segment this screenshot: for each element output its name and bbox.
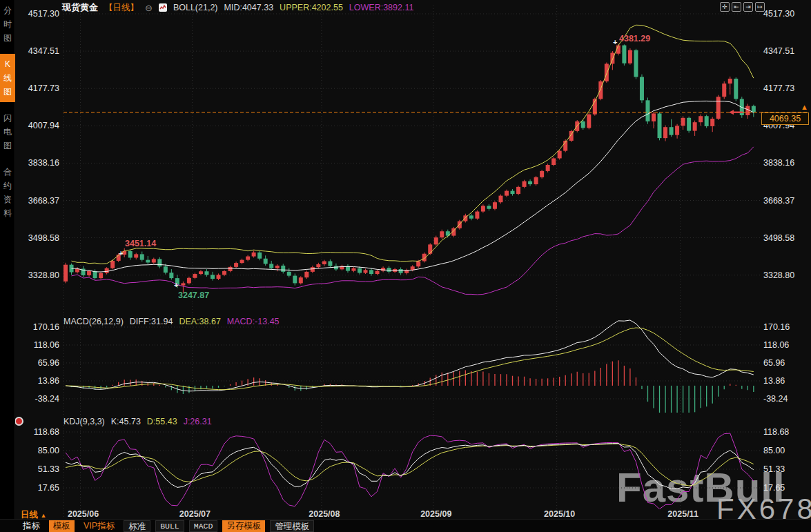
macd-axis-label: 170.16 <box>15 322 59 332</box>
kdj-d-value: D:55.43 <box>147 417 177 426</box>
grid-lines <box>63 6 760 519</box>
symbol-name: 现货黄金 <box>62 1 98 14</box>
sidebar-tab-2[interactable]: 闪电图 <box>0 108 15 156</box>
collapse-icon[interactable]: ⊖ <box>145 3 153 13</box>
toolbar-item-6[interactable]: 另存模板 <box>222 520 265 532</box>
price-axis-label: 4007.94 <box>15 121 59 130</box>
price-axis-label: 3838.16 <box>15 158 59 168</box>
candles <box>63 43 756 293</box>
price-axis-label: 3668.37 <box>15 196 59 206</box>
price-axis-label: 4177.73 <box>15 83 59 93</box>
boll-mid-value: MID:4047.33 <box>224 3 274 12</box>
kdj-axis-label: 118.68 <box>15 427 59 437</box>
shift-left-icon[interactable]: ⇤ <box>732 2 741 12</box>
go-latest-icon[interactable]: ↦ <box>755 2 765 12</box>
june-low-marker-icon: + <box>174 281 178 289</box>
toolbar-item-5[interactable]: MACD <box>189 520 218 532</box>
price-axis-label: 4347.51 <box>763 46 794 56</box>
macd-axis-label: -38.24 <box>763 394 788 404</box>
x-axis-label: 2025/06 <box>63 509 104 519</box>
sidebar-tab-label: 闪电图 <box>3 111 12 152</box>
pan-icon[interactable]: ✛ <box>720 2 730 12</box>
indicator-toolbar: 指标模板VIP指标标准BULLMACD另存模板管理模板 <box>0 519 811 532</box>
macd-axis-label: 118.06 <box>15 340 59 350</box>
macd-dea-value: DEA:38.67 <box>179 317 220 326</box>
sidebar-tab-1[interactable]: K线图 <box>0 54 15 102</box>
toolbar-item-4[interactable]: BULL <box>155 520 184 532</box>
macd-axis-label: 65.96 <box>763 358 785 368</box>
kdj-axis-label: 85.00 <box>15 446 59 455</box>
last-price-line <box>63 110 809 115</box>
price-axis-label: 3498.58 <box>15 233 59 243</box>
sidebar-tab-3[interactable]: 合约资料 <box>0 161 15 224</box>
sidebar-tab-0[interactable]: 分时图 <box>0 0 15 48</box>
annotation-june-high: 3451.14 <box>125 239 156 248</box>
trading-app-window: 分时图K线图闪电图合约资料 FastBull FX678 现货黄金 【日线】 ⊖… <box>0 0 811 532</box>
kdj-axis-label: 118.68 <box>763 427 789 437</box>
boll-upper-value: UPPER:4202.55 <box>280 3 343 12</box>
macd-name: MACD(26,12,9) <box>63 317 124 326</box>
kdj-axis-label: 85.00 <box>763 446 785 455</box>
macd-axis-label: 118.06 <box>763 340 789 350</box>
x-axis-label: 2025/11 <box>663 509 704 519</box>
toolbar-item-2[interactable]: VIP指标 <box>79 520 119 532</box>
last-price-tag: 4069.35 <box>761 112 809 125</box>
price-up-arrow-icon: ▲ <box>801 103 808 111</box>
annotation-peak-high: 4381.29 <box>619 34 650 43</box>
shift-right-icon[interactable]: ⇥ <box>743 2 753 12</box>
macd-panel <box>66 320 754 422</box>
candlestick-chart[interactable] <box>0 0 811 532</box>
toolbar-item-7[interactable]: 管理模板 <box>270 520 314 532</box>
macd-diff-value: DIFF:31.94 <box>130 317 173 326</box>
bollinger-bands <box>72 25 754 295</box>
toolbar-item-0[interactable]: 指标 <box>19 520 44 532</box>
x-axis-label: 2025/08 <box>304 509 345 519</box>
annotation-june-low: 3247.87 <box>178 290 209 300</box>
peak-marker-icon: + <box>613 38 617 46</box>
chart-mode-sidebar: 分时图K线图闪电图合约资料 <box>0 0 15 532</box>
boll-lower-value: LOWER:3892.11 <box>349 3 414 12</box>
kdj-name: KDJ(9,3,3) <box>63 417 105 426</box>
chart-type-icon[interactable] <box>159 3 167 12</box>
period-label: 日线 <box>21 510 38 520</box>
price-axis-label: 3838.16 <box>763 158 794 168</box>
price-axis-label: 4177.73 <box>763 83 794 93</box>
sidebar-tab-label: 分时图 <box>3 3 12 45</box>
kdj-axis-label: 51.33 <box>763 464 785 474</box>
macd-value: MACD:-13.45 <box>227 317 280 326</box>
kdj-k-value: K:45.73 <box>111 417 141 426</box>
macd-axis-label: -38.24 <box>15 394 59 404</box>
price-axis-label: 3328.80 <box>15 270 59 280</box>
kdj-axis-label: 17.65 <box>15 483 59 493</box>
indicator-dot-icon[interactable] <box>14 417 23 426</box>
macd-axis-label: 170.16 <box>763 322 790 332</box>
chart-nav-buttons: ✛⇤⇥↦ <box>720 2 765 12</box>
x-axis-label: 2025/09 <box>416 509 457 519</box>
kdj-axis-label: 17.65 <box>763 483 785 493</box>
price-axis-label: 3668.37 <box>763 196 794 206</box>
kdj-panel <box>66 433 754 509</box>
toolbar-item-1[interactable]: 模板 <box>49 520 75 532</box>
june-high-marker-icon: + <box>119 249 123 257</box>
price-axis-label: 3328.80 <box>763 270 794 280</box>
kdj-axis-label: 51.33 <box>15 464 59 474</box>
macd-legend: MACD(26,12,9) DIFF:31.94 DEA:38.67 MACD:… <box>63 317 280 326</box>
price-axis-label: 4517.30 <box>15 9 59 19</box>
price-axis-label: 4347.51 <box>15 46 59 56</box>
boll-label: BOLL(21,2) <box>173 3 218 12</box>
x-axis-label: 2025/07 <box>174 509 215 519</box>
period-tag[interactable]: 【日线】 <box>104 2 139 14</box>
x-axis-label: 2025/10 <box>539 509 580 519</box>
price-axis-label: 3498.58 <box>763 233 794 243</box>
macd-axis-label: 65.96 <box>15 358 59 368</box>
macd-axis-label: 13.86 <box>15 376 59 386</box>
main-chart-legend: 现货黄金 【日线】 ⊖ BOLL(21,2) MID:4047.33 UPPER… <box>62 1 413 14</box>
price-axis-label: 4517.30 <box>763 9 794 19</box>
toolbar-item-3[interactable]: 标准 <box>124 520 150 532</box>
period-dropdown-arrow-icon: ▲ <box>40 512 46 519</box>
kdj-j-value: J:26.31 <box>184 417 212 426</box>
sidebar-tab-label: 合约资料 <box>3 165 12 220</box>
sidebar-tab-label: K线图 <box>3 57 12 99</box>
macd-axis-label: 13.86 <box>763 376 785 386</box>
kdj-legend: KDJ(9,3,3) K:45.73 D:55.43 J:26.31 <box>63 417 212 426</box>
